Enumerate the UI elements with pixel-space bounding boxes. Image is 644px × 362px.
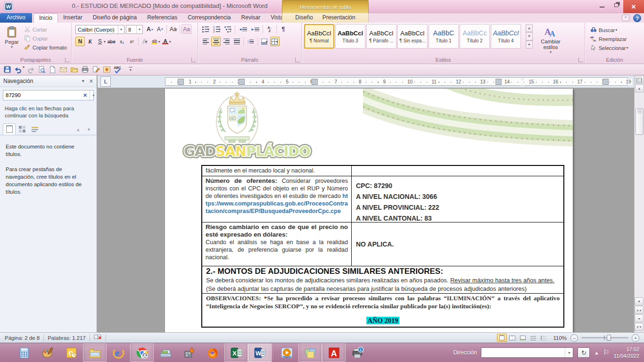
minimize-button[interactable]: [595, 0, 609, 10]
print-button[interactable]: [80, 65, 90, 74]
styles-scroll-up[interactable]: ▲: [526, 24, 533, 32]
taskbar-excel-button[interactable]: X: [224, 344, 248, 362]
ruler-column-marker[interactable]: [495, 79, 502, 85]
taskbar-clock[interactable]: 17:02 11/04/2022: [614, 346, 639, 359]
justify-button[interactable]: [232, 37, 241, 46]
taskbar-outlook-button[interactable]: O: [59, 344, 83, 362]
taskbar-printer-button[interactable]: i: [346, 344, 369, 362]
page-indicator[interactable]: Página: 2 de 8: [0, 335, 40, 341]
taskbar-calculator-button[interactable]: [12, 344, 36, 362]
bullets-button[interactable]: ▾: [201, 25, 211, 34]
show-marks-button[interactable]: ¶: [279, 25, 288, 34]
word-app-icon[interactable]: W: [4, 2, 13, 11]
copy-button[interactable]: Copiar: [23, 34, 68, 43]
observaciones-row[interactable]: OBSERVACIONES: *Se ha procedido a revisa…: [202, 294, 563, 327]
previous-page-button[interactable]: ▲▲: [635, 306, 644, 314]
redo-button[interactable]: [26, 65, 35, 74]
tab-diseno-de-pagina[interactable]: Diseño de página: [88, 13, 142, 23]
numbering-button[interactable]: 123▾: [212, 25, 222, 34]
address-dropdown-icon[interactable]: ▾: [565, 348, 573, 357]
taskbar-acrobat-button[interactable]: A: [322, 344, 346, 362]
taskbar-word-button[interactable]: W: [248, 344, 272, 362]
underline-dropdown-icon[interactable]: ▾: [104, 40, 106, 44]
zoom-slider[interactable]: [581, 337, 628, 338]
align-left-button[interactable]: [201, 37, 210, 46]
navigation-options-icon[interactable]: ▾: [82, 78, 84, 84]
browse-headings-tab[interactable]: [3, 123, 16, 135]
line-spacing-button[interactable]: ↕▾: [246, 37, 256, 46]
search-options-dropdown-icon[interactable]: ▾: [90, 90, 97, 100]
font-color-button[interactable]: A: [161, 37, 170, 46]
ruler-column-marker[interactable]: [239, 79, 245, 85]
tab-correspondencia[interactable]: Correspondencia: [182, 13, 236, 23]
view-ruler-toggle-button[interactable]: [635, 76, 644, 84]
scroll-down-button[interactable]: ▼: [635, 297, 644, 305]
tab-diseno[interactable]: Diseño: [290, 13, 317, 23]
envelope-button[interactable]: [58, 65, 68, 74]
zoom-level[interactable]: 110%: [553, 335, 567, 341]
cell-oferentes[interactable]: Número de oferentes: Considerar proveedo…: [202, 176, 352, 222]
clear-formatting-button[interactable]: Aa: [182, 25, 191, 34]
tab-selector-button[interactable]: L: [100, 76, 111, 87]
style--normal[interactable]: AaBbCcI¶ Normal: [304, 24, 334, 49]
taskbar-nero-button[interactable]: [177, 344, 201, 362]
insert-table-button[interactable]: [102, 65, 111, 74]
tab-insertar[interactable]: Insertar: [58, 13, 88, 23]
cell-cpc-data[interactable]: CPC: 87290 A NIVEL NACIONAL: 3066 A NIVE…: [352, 176, 563, 222]
show-hidden-icons-button[interactable]: ▲: [594, 350, 599, 355]
style-titulo-4[interactable]: AaBbCcITítulo 4: [491, 24, 521, 49]
new-document-button[interactable]: [48, 65, 57, 74]
strikethrough-button[interactable]: abe: [106, 37, 117, 46]
tab-inicio[interactable]: Inicio: [33, 13, 58, 23]
format-painter-button[interactable]: Copiar formato: [23, 43, 68, 52]
edit-button[interactable]: [91, 65, 100, 74]
change-styles-button[interactable]: AA Cambiar estilos ▾: [536, 24, 565, 60]
estilos-dialog-launcher[interactable]: [578, 58, 583, 62]
highlight-button[interactable]: ab: [150, 37, 159, 46]
find-button[interactable]: Buscar ▾: [589, 25, 630, 34]
address-input[interactable]: [481, 348, 565, 357]
undo-dropdown-icon[interactable]: ▾: [23, 65, 25, 74]
taskbar-chrome-button[interactable]: [130, 344, 154, 362]
sort-button[interactable]: A↓Z: [265, 25, 274, 34]
taskbar-sticky-notes-button[interactable]: [298, 344, 322, 362]
search-input[interactable]: [3, 92, 81, 98]
collapse-ribbon-button[interactable]: ^: [622, 15, 629, 21]
browse-pages-tab[interactable]: [16, 123, 28, 135]
taskbar-media-player-button[interactable]: [275, 344, 298, 362]
scroll-up-button[interactable]: ▲: [635, 84, 644, 92]
help-button[interactable]: ?: [633, 14, 641, 22]
align-right-button[interactable]: [222, 37, 231, 46]
tab-presentacion[interactable]: Presentación: [318, 13, 360, 23]
clear-search-icon[interactable]: ✕: [81, 92, 90, 99]
styles-scroll-down[interactable]: ▼: [526, 32, 533, 40]
font-color-dropdown-icon[interactable]: ▾: [169, 40, 171, 44]
select-browse-object-button[interactable]: ●: [635, 314, 644, 322]
contextual-tab-group-header[interactable]: Herramientas de tabla: [282, 0, 369, 13]
italic-button[interactable]: K: [85, 37, 95, 46]
underline-button[interactable]: S: [95, 37, 105, 46]
ruler-column-marker[interactable]: [178, 79, 184, 85]
customize-qat-button[interactable]: ▾: [127, 67, 134, 73]
navigation-close-icon[interactable]: ✕: [89, 78, 93, 84]
zoom-in-button[interactable]: +: [632, 334, 639, 342]
navigation-search-box[interactable]: ✕ ▾: [3, 90, 94, 100]
restore-button[interactable]: [609, 0, 623, 10]
taskbar-file-explorer-button[interactable]: [83, 344, 107, 362]
grow-font-button[interactable]: A▲: [145, 25, 155, 34]
borders-button[interactable]: ▾: [270, 37, 280, 46]
save-button[interactable]: [2, 65, 12, 74]
shading-button[interactable]: ▾: [260, 37, 269, 46]
taskbar-paint-button[interactable]: [36, 344, 59, 362]
vertical-scrollbar[interactable]: ▲ ▼ ▲▲ ● ▼▼: [634, 75, 644, 332]
indent-markers[interactable]: [520, 78, 525, 85]
taskbar-firefox-button[interactable]: [201, 344, 224, 362]
parrafo-dialog-launcher[interactable]: [295, 58, 300, 62]
align-center-button[interactable]: [211, 37, 221, 46]
address-combobox[interactable]: ▾: [481, 347, 573, 358]
subscript-button[interactable]: x₂: [117, 37, 127, 46]
decrease-indent-button[interactable]: ◄: [237, 25, 248, 34]
next-page-button[interactable]: ▼▼: [635, 323, 644, 331]
scrollbar-thumb[interactable]: [636, 108, 644, 135]
undo-button[interactable]: [13, 65, 23, 74]
